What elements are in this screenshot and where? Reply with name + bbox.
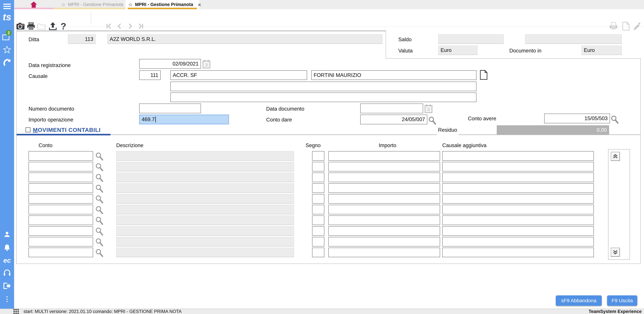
tab-label[interactable]: MPRI - Gestione Primanota — [135, 2, 193, 7]
conto-input[interactable] — [28, 183, 93, 193]
calendar-button[interactable]: 3 — [425, 104, 432, 114]
causale-aggiuntiva-input[interactable] — [442, 216, 594, 225]
segno-input[interactable] — [312, 248, 324, 257]
more-options-button[interactable]: ⋮ — [0, 295, 14, 303]
sidebar-item-contacts[interactable] — [0, 58, 14, 66]
sidebar-item-user[interactable] — [0, 231, 14, 238]
nav-first-button[interactable] — [105, 21, 113, 32]
causale-intestazione-field[interactable]: FORTINI MAURIZIO — [311, 70, 476, 80]
conto-input[interactable] — [28, 226, 93, 236]
causale-note2-field[interactable] — [170, 92, 476, 102]
nav-last-button[interactable] — [136, 21, 145, 32]
conto-search-button[interactable] — [95, 238, 104, 247]
teamsystem-logo[interactable]: ts — [0, 12, 14, 21]
tab-label[interactable]: MPRI - Gestione Primanota — [68, 2, 123, 7]
importo-input[interactable] — [328, 216, 440, 225]
new-document-button[interactable] — [622, 21, 630, 32]
print-button[interactable] — [27, 21, 36, 32]
conto-search-button[interactable] — [95, 195, 104, 204]
conto-avere-search-button[interactable] — [610, 115, 619, 125]
conto-avere-field[interactable]: 15/05/503 — [544, 114, 610, 123]
open-folder-button[interactable] — [37, 21, 46, 32]
conto-search-button[interactable] — [95, 205, 104, 215]
conto-search-button[interactable] — [95, 248, 104, 258]
sidebar-item-documents[interactable]: 2 — [0, 30, 14, 41]
export-button[interactable] — [48, 21, 57, 32]
conto-input[interactable] — [28, 194, 93, 204]
star-icon[interactable]: ☆ — [61, 2, 66, 7]
importo-input[interactable] — [328, 173, 440, 182]
tab-home[interactable] — [14, 0, 53, 9]
conto-input[interactable] — [28, 205, 93, 214]
causale-aggiuntiva-input[interactable] — [442, 226, 594, 236]
scroll-down-button[interactable] — [611, 248, 620, 257]
segno-input[interactable] — [312, 226, 324, 236]
tab-active[interactable]: ☆ MPRI - Gestione Primanota × — [126, 0, 199, 9]
conto-input[interactable] — [28, 237, 93, 247]
causale-aggiuntiva-input[interactable] — [442, 205, 594, 214]
close-icon[interactable]: × — [198, 2, 201, 7]
scroll-up-button[interactable] — [611, 152, 620, 161]
segno-input[interactable] — [312, 173, 324, 182]
causale-note1-field[interactable] — [170, 82, 476, 91]
segno-input[interactable] — [312, 216, 324, 225]
nav-prev-button[interactable] — [115, 21, 124, 32]
importo-input[interactable] — [328, 194, 440, 204]
importo-input[interactable] — [328, 183, 440, 193]
importo-input[interactable] — [328, 248, 440, 257]
attachment-button[interactable] — [480, 70, 487, 80]
conto-input[interactable] — [28, 173, 93, 182]
conto-input[interactable] — [28, 151, 93, 161]
causale-aggiuntiva-input[interactable] — [442, 237, 594, 247]
camera-button[interactable] — [16, 21, 25, 32]
segno-input[interactable] — [312, 194, 324, 204]
conto-dare-search-button[interactable] — [428, 116, 437, 126]
causale-aggiuntiva-input[interactable] — [442, 183, 594, 193]
importo-input[interactable] — [328, 162, 440, 171]
sidebar-item-logout[interactable] — [0, 282, 14, 290]
nav-next-button[interactable] — [126, 21, 134, 32]
calendar-button[interactable]: 3 — [202, 60, 210, 69]
data-documento-field[interactable] — [360, 104, 423, 113]
edit-button[interactable] — [632, 21, 641, 32]
conto-dare-field[interactable]: 24/05/007 — [360, 115, 427, 124]
causale-aggiuntiva-input[interactable] — [442, 173, 594, 182]
conto-input[interactable] — [28, 162, 93, 171]
segno-input[interactable] — [312, 237, 324, 247]
sidebar-item-favorites[interactable] — [0, 45, 14, 54]
help-button[interactable]: ? — [59, 21, 68, 32]
conto-search-button[interactable] — [95, 163, 104, 172]
conto-input[interactable] — [28, 248, 93, 257]
importo-input[interactable] — [328, 237, 440, 247]
conto-search-button[interactable] — [95, 216, 104, 226]
causale-desc-field[interactable]: ACCR. SF — [170, 70, 307, 80]
conto-search-button[interactable] — [95, 227, 104, 237]
conto-search-button[interactable] — [95, 184, 104, 194]
causale-aggiuntiva-input[interactable] — [442, 151, 594, 161]
section-title[interactable]: MOVIMENTI CONTABILI — [33, 127, 100, 133]
menu-button[interactable] — [0, 3, 14, 10]
movimenti-checkbox[interactable] — [26, 127, 30, 132]
segno-input[interactable] — [312, 205, 324, 214]
grid-menu-button[interactable] — [14, 309, 19, 314]
star-icon[interactable]: ☆ — [128, 2, 133, 7]
importo-input[interactable] — [328, 151, 440, 161]
numero-documento-field[interactable] — [139, 104, 201, 113]
pdf-button[interactable]: PDF — [609, 21, 618, 32]
uscita-button[interactable]: F9 Uscita — [607, 296, 637, 306]
segno-input[interactable] — [312, 183, 324, 193]
causale-aggiuntiva-input[interactable] — [442, 248, 594, 257]
conto-input[interactable] — [28, 216, 93, 225]
ec-logo[interactable]: ec — [0, 257, 14, 264]
causale-code-field[interactable]: 111 — [139, 70, 161, 80]
importo-input[interactable] — [328, 205, 440, 214]
sidebar-item-notifications[interactable] — [0, 244, 14, 251]
abbandona-button[interactable]: sF9 Abbandona — [556, 296, 602, 306]
importo-operazione-field[interactable]: 469.7 — [139, 115, 229, 124]
sidebar-item-support[interactable] — [0, 269, 14, 277]
tab-inactive[interactable]: ☆ MPRI - Gestione Primanota × — [53, 0, 126, 9]
importo-input[interactable] — [328, 226, 440, 236]
causale-aggiuntiva-input[interactable] — [442, 162, 594, 171]
conto-search-button[interactable] — [95, 173, 104, 183]
segno-input[interactable] — [312, 162, 324, 171]
